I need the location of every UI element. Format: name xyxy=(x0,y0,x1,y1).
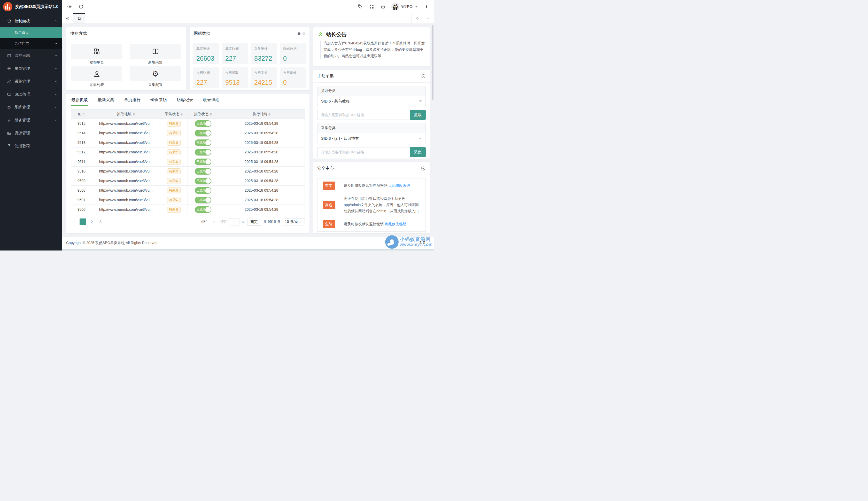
sidebar-item-seo-manage[interactable]: SEO管理 xyxy=(0,88,62,101)
sidebar-item-collect-manage[interactable]: 采集管理 xyxy=(0,75,62,88)
home-icon xyxy=(7,19,11,23)
collect-button[interactable]: 采集 xyxy=(410,147,426,157)
page-button-1[interactable]: 1 xyxy=(80,218,86,225)
security-row: 高危 您正在使用后台默认路径请您手动更改app/admin文件夹的名称，原因：他… xyxy=(317,193,425,217)
security-row: 重要 当前主机的数据库用户名与密码相同，极易被黑客破解，请及时修改数据库密码 xyxy=(317,232,425,233)
brand-title: 孜然SEO单页演示站1.0 xyxy=(15,4,59,10)
sidebar-item-monitor-log[interactable]: 监控日志 xyxy=(0,49,62,62)
change-secret-link[interactable]: 点此修改秘钥 xyxy=(385,221,406,227)
manual-collect-card: 手动采集 抓取分类 SID:6 - 菜鸟教程 xyxy=(313,70,430,159)
sidebar-item-dashboard[interactable]: 控制面板 xyxy=(0,14,62,28)
sidebar-item-label: 后台首页 xyxy=(14,31,29,35)
tabs-menu-button[interactable] xyxy=(423,13,434,23)
chevron-down-icon xyxy=(54,54,57,57)
tabs-scroll-left-button[interactable] xyxy=(62,13,73,23)
cell-grab-status: 已抓取 xyxy=(188,167,218,176)
carousel-dot-active[interactable] xyxy=(298,32,300,35)
grab-category-select[interactable]: SID:6 - 菜鸟教程 xyxy=(317,96,425,107)
watermark-line1: 小蚂蚁资源网 xyxy=(400,237,432,242)
jump-suffix-label: 页 xyxy=(242,220,245,224)
info-icon[interactable] xyxy=(421,74,426,78)
collect-category-select[interactable]: SID:3 - {zr} - 知识博客 xyxy=(317,133,425,144)
lock-icon[interactable] xyxy=(380,4,386,9)
grab-status-toggle[interactable]: 已抓取 xyxy=(195,206,211,213)
per-page-select[interactable]: 10 条/页 xyxy=(283,218,305,225)
page-button-3[interactable]: 3 xyxy=(97,218,104,225)
next-page-button[interactable]: › xyxy=(211,218,217,225)
quick-collect-config[interactable]: ⚙ 采集配置 xyxy=(130,66,181,88)
grab-status-toggle[interactable]: 已抓取 xyxy=(195,149,211,156)
fullscreen-icon[interactable] xyxy=(369,4,374,9)
sidebar-item-backend-home[interactable]: 后台首页 xyxy=(0,28,62,38)
sort-icon[interactable] xyxy=(133,113,135,116)
sidebar-item-system-manage[interactable]: ⚙ 系统管理 xyxy=(0,101,62,114)
sidebar-item-label: 使用教程 xyxy=(14,143,57,149)
cell-grab-status: 已抓取 xyxy=(188,128,218,138)
collect-url-input[interactable] xyxy=(317,147,411,157)
grab-status-toggle[interactable]: 已抓取 xyxy=(195,120,211,127)
caret-down-icon xyxy=(419,100,422,102)
tabs-scroll-right-button[interactable] xyxy=(411,13,423,23)
cell-url: http://www.runoob.com/vue3/vu... xyxy=(92,195,160,205)
prev-page-button[interactable]: ‹ xyxy=(71,218,77,225)
table-row: 9509 http://www.runoob.com/vue3/vu... 待采… xyxy=(71,176,305,186)
col-header-id[interactable]: ID xyxy=(71,109,92,119)
tab-page-rank[interactable]: 单页排行 xyxy=(124,94,141,106)
collect-status-tag: 待采集 xyxy=(167,178,181,184)
vertical-scrollbar[interactable] xyxy=(432,25,433,100)
grab-status-toggle[interactable]: 已抓取 xyxy=(195,168,211,174)
grab-status-toggle[interactable]: 已抓取 xyxy=(195,178,211,184)
sort-icon[interactable] xyxy=(268,113,271,116)
col-header-collect-status[interactable]: 采集状态 xyxy=(160,109,188,119)
tab-index-detail[interactable]: 收录详细 xyxy=(202,94,220,106)
sidebar-item-coop-ads[interactable]: 合作广告 xyxy=(0,38,62,49)
table-row: 9513 http://www.runoob.com/vue3/vu... 待采… xyxy=(71,138,305,148)
grab-status-toggle[interactable]: 已抓取 xyxy=(195,130,211,136)
avatar xyxy=(391,3,399,10)
grab-button[interactable]: 抓取 xyxy=(410,110,426,120)
col-header-grab-status[interactable]: 抓取状态 xyxy=(188,109,218,119)
sidebar-item-resource-manage[interactable]: 资源管理 xyxy=(0,127,62,139)
col-header-time[interactable]: 执行时间 xyxy=(218,109,305,119)
quick-collect-list[interactable]: 采集列表 xyxy=(71,66,122,88)
tab-latest-collect[interactable]: 最新采集 xyxy=(97,94,115,106)
collect-status-tag: 待采集 xyxy=(167,188,181,193)
sort-icon[interactable] xyxy=(83,113,85,116)
tag-icon[interactable] xyxy=(357,4,363,9)
tab-latest-grab[interactable]: 最新抓取 xyxy=(71,94,88,106)
grab-status-toggle[interactable]: 已抓取 xyxy=(195,159,211,165)
quick-publish-page[interactable]: 发布单页 xyxy=(71,44,122,65)
sidebar-item-service-manage[interactable]: 服务管理 xyxy=(0,114,62,127)
page-button-2[interactable]: 2 xyxy=(88,218,95,225)
grab-status-toggle[interactable]: 已抓取 xyxy=(195,139,211,146)
sort-icon[interactable] xyxy=(181,113,183,116)
confirm-button[interactable]: 确定 xyxy=(247,218,261,226)
watermark: 小蚂蚁资源网 www.xmy7.com xyxy=(385,235,432,249)
grab-status-toggle[interactable]: 已抓取 xyxy=(195,187,211,194)
user-menu[interactable]: 管理员 xyxy=(391,3,418,10)
carousel-dots[interactable] xyxy=(298,32,305,35)
tab-spider-visits[interactable]: 蜘蛛来访 xyxy=(150,94,167,106)
carousel-dot[interactable] xyxy=(303,32,305,35)
refresh-icon[interactable] xyxy=(78,4,84,9)
sidebar-item-label: 资源管理 xyxy=(14,131,57,136)
tab-home[interactable] xyxy=(73,13,85,23)
sort-icon[interactable] xyxy=(210,113,212,116)
change-password-link[interactable]: 点此修改密码 xyxy=(388,183,410,189)
collect-status-tag: 待采集 xyxy=(167,149,181,155)
bottom-scrollbar-track[interactable] xyxy=(62,249,434,250)
sidebar-item-tutorial[interactable]: ? 使用教程 xyxy=(0,139,62,152)
page-button-952[interactable]: 952 xyxy=(200,218,208,225)
sidebar-item-page-manage[interactable]: ❋ 单页管理 xyxy=(0,62,62,75)
more-menu-icon[interactable] xyxy=(424,4,429,9)
grab-status-toggle[interactable]: 已抓取 xyxy=(195,197,211,203)
quick-add-collect[interactable]: 新增采集 xyxy=(130,44,181,65)
jump-page-input[interactable] xyxy=(229,218,240,225)
grab-url-input[interactable] xyxy=(317,110,411,120)
quick-item-label: 采集配置 xyxy=(130,81,181,88)
collapse-sidebar-icon[interactable] xyxy=(67,4,72,9)
severity-badge: 重要 xyxy=(322,182,335,190)
col-header-url[interactable]: 抓取地址 xyxy=(92,109,160,119)
tab-visitor-log[interactable]: 访客记录 xyxy=(176,94,194,106)
chevron-down-icon xyxy=(54,80,57,83)
